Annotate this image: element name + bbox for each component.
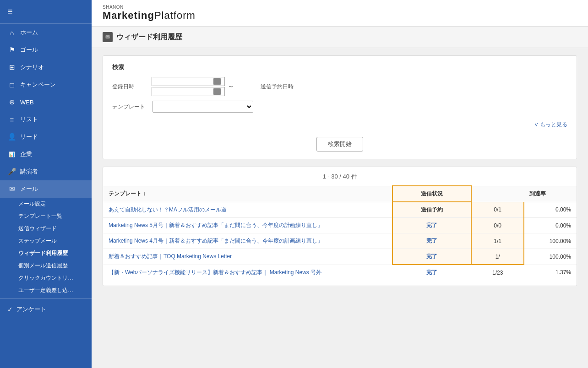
sidebar-item-speaker[interactable]: 🎤 講演者 bbox=[0, 163, 92, 180]
template-link[interactable]: あえて自動化しない！？MAフル活用のメール道 bbox=[109, 206, 227, 213]
search-btn-row: 検索開始 bbox=[112, 137, 567, 152]
count-cell: 0/0 bbox=[471, 218, 524, 233]
mail-icon: ✉ bbox=[7, 185, 16, 193]
sidebar-item-label: シナリオ bbox=[20, 63, 44, 71]
status-badge: 完了 bbox=[426, 269, 437, 276]
template-link[interactable]: 新着＆おすすめ記事｜TOQ Marketing News Letter bbox=[109, 253, 232, 260]
home-icon: ⌂ bbox=[7, 29, 16, 37]
sidebar-item-list[interactable]: ≡ リスト bbox=[0, 111, 92, 128]
page-title-bar: ✉ ウィザード利用履歴 bbox=[92, 27, 588, 48]
sidebar-item-label: 講演者 bbox=[20, 168, 38, 176]
sidebar-item-goal[interactable]: ⚑ ゴール bbox=[0, 41, 92, 59]
registration-date-label: 登録日時 bbox=[112, 83, 144, 91]
col-header-rate: 到達率 bbox=[524, 186, 577, 202]
tilde-separator: ～ bbox=[227, 82, 235, 91]
content-area: ✉ ウィザード利用履歴 検索 登録日時 bbox=[92, 27, 588, 368]
table-row: 新着＆おすすめ記事｜TOQ Marketing News Letter 完了 1… bbox=[103, 249, 577, 265]
search-panel: 検索 登録日時 ～ 送信予約 bbox=[103, 55, 577, 159]
goal-icon: ⚑ bbox=[7, 46, 16, 54]
date-to-field[interactable] bbox=[154, 88, 213, 95]
sidebar-divider bbox=[0, 298, 92, 299]
results-panel: 1 - 30 / 40 件 テンプレート ↓ 送信状況 到達率 あえて自動化しな… bbox=[103, 167, 577, 286]
submenu-click-counter[interactable]: クリックカウントリ… bbox=[15, 272, 92, 284]
check-icon: ✓ bbox=[7, 306, 13, 313]
template-link[interactable]: Marketing News 5月号｜新着＆おすすめ記事「まだ間に合う、今年度の… bbox=[109, 222, 323, 228]
sidebar-item-company[interactable]: 📊 企業 bbox=[0, 146, 92, 163]
submenu-user-setting[interactable]: ユーザー定義差し込… bbox=[15, 284, 92, 297]
rate-cell: 1.37% bbox=[524, 265, 577, 280]
table-row: あえて自動化しない！？MAフル活用のメール道 送信予約 0/1 0.00% bbox=[103, 202, 577, 218]
brand-product: MarketingPlatform bbox=[103, 10, 577, 22]
template-cell: 【新・Webパーソナライズ機能リリース】新着＆おすすめ記事｜ Marketing… bbox=[103, 265, 392, 280]
status-cell: 完了 bbox=[392, 265, 471, 280]
count-cell: 1/ bbox=[471, 249, 524, 265]
submenu-send-wizard[interactable]: 送信ウィザード bbox=[15, 222, 92, 235]
status-badge: 完了 bbox=[426, 238, 437, 244]
template-link[interactable]: 【新・Webパーソナライズ機能リリース】新着＆おすすめ記事｜ Marketing… bbox=[109, 269, 321, 276]
date-to-input[interactable] bbox=[152, 87, 225, 96]
status-cell: 送信予約 bbox=[392, 202, 471, 218]
status-badge: 完了 bbox=[426, 253, 437, 260]
campaign-icon: □ bbox=[7, 81, 16, 89]
template-label: テンプレート bbox=[112, 103, 145, 111]
brand-part1: Marketing bbox=[103, 10, 154, 21]
date-from-field[interactable] bbox=[154, 78, 213, 85]
sidebar-item-lead[interactable]: 👤 リード bbox=[0, 128, 92, 146]
date-input-wrap bbox=[152, 77, 225, 96]
scenario-icon: ⊞ bbox=[7, 63, 16, 71]
rate-cell: 0.00% bbox=[524, 202, 577, 218]
more-link[interactable]: ∨ もっと見る bbox=[112, 117, 567, 132]
rate-cell: 100.00% bbox=[524, 249, 577, 265]
list-icon: ≡ bbox=[7, 116, 16, 124]
search-button[interactable]: 検索開始 bbox=[316, 137, 363, 152]
sidebar-item-label: アンケート bbox=[16, 305, 46, 314]
sidebar-item-campaign[interactable]: □ キャンペーン bbox=[0, 76, 92, 93]
sidebar-item-label: ホーム bbox=[20, 28, 38, 37]
sidebar-item-survey[interactable]: ✓ アンケート bbox=[0, 301, 92, 318]
submenu-wizard-history[interactable]: ウィザード利用履歴 bbox=[15, 247, 92, 260]
hamburger-icon[interactable]: ≡ bbox=[7, 6, 13, 16]
col-header-template: テンプレート ↓ bbox=[103, 186, 392, 202]
brand-company: SHANON bbox=[103, 5, 577, 10]
calendar-from-icon[interactable] bbox=[213, 78, 221, 85]
count-cell: 1/23 bbox=[471, 265, 524, 280]
lead-icon: 👤 bbox=[7, 133, 16, 141]
top-header: SHANON MarketingPlatform bbox=[92, 0, 588, 27]
table-row: Marketing News 4月号｜新着＆おすすめ記事「まだ間に合う、今年度の… bbox=[103, 233, 577, 249]
sidebar-item-label: リスト bbox=[20, 115, 38, 124]
status-cell: 完了 bbox=[392, 249, 471, 265]
submenu-individual-history[interactable]: 個別メール送信履歴 bbox=[15, 260, 92, 272]
calendar-to-icon[interactable] bbox=[213, 88, 221, 95]
search-row-date: 登録日時 ～ 送信予約日時 bbox=[112, 77, 567, 96]
status-cell: 完了 bbox=[392, 218, 471, 233]
sidebar-item-web[interactable]: ⊕ WEB bbox=[0, 93, 92, 111]
sidebar-header[interactable]: ≡ bbox=[0, 0, 92, 24]
template-select[interactable] bbox=[152, 101, 253, 113]
page-mail-icon: ✉ bbox=[103, 32, 113, 42]
table-row: 【新・Webパーソナライズ機能リリース】新着＆おすすめ記事｜ Marketing… bbox=[103, 265, 577, 280]
submenu-template-list[interactable]: テンプレート一覧 bbox=[15, 210, 92, 222]
submenu-mail-settings[interactable]: メール設定 bbox=[15, 198, 92, 210]
template-cell: Marketing News 5月号｜新着＆おすすめ記事「まだ間に合う、今年度の… bbox=[103, 218, 392, 233]
web-icon: ⊕ bbox=[7, 98, 16, 106]
status-badge: 完了 bbox=[426, 222, 437, 228]
company-icon: 📊 bbox=[7, 152, 16, 157]
sidebar-item-home[interactable]: ⌂ ホーム bbox=[0, 24, 92, 41]
sidebar-item-scenario[interactable]: ⊞ シナリオ bbox=[0, 59, 92, 76]
sidebar: ≡ ⌂ ホーム ⚑ ゴール ⊞ シナリオ □ キャンペーン ⊕ WEB ≡ リス… bbox=[0, 0, 92, 368]
date-range: ～ bbox=[152, 77, 235, 96]
sidebar-item-label: メール bbox=[20, 185, 38, 193]
submenu-step-mail[interactable]: ステップメール bbox=[15, 235, 92, 247]
speaker-icon: 🎤 bbox=[7, 168, 16, 176]
results-table: テンプレート ↓ 送信状況 到達率 あえて自動化しない！？MAフル活用のメール道… bbox=[103, 185, 577, 280]
page-title: ウィザード利用履歴 bbox=[116, 32, 182, 42]
template-cell: 新着＆おすすめ記事｜TOQ Marketing News Letter bbox=[103, 249, 392, 265]
template-link[interactable]: Marketing News 4月号｜新着＆おすすめ記事「まだ間に合う、今年度の… bbox=[109, 238, 323, 244]
sidebar-item-label: 企業 bbox=[20, 150, 32, 158]
results-count: 1 - 30 / 40 件 bbox=[103, 173, 577, 181]
template-cell: あえて自動化しない！？MAフル活用のメール道 bbox=[103, 202, 392, 218]
main-area: SHANON MarketingPlatform ✉ ウィザード利用履歴 検索 … bbox=[92, 0, 588, 368]
date-from-input[interactable] bbox=[152, 77, 225, 86]
sidebar-item-mail[interactable]: ✉ メール bbox=[0, 180, 92, 198]
col-header-count bbox=[471, 186, 524, 202]
